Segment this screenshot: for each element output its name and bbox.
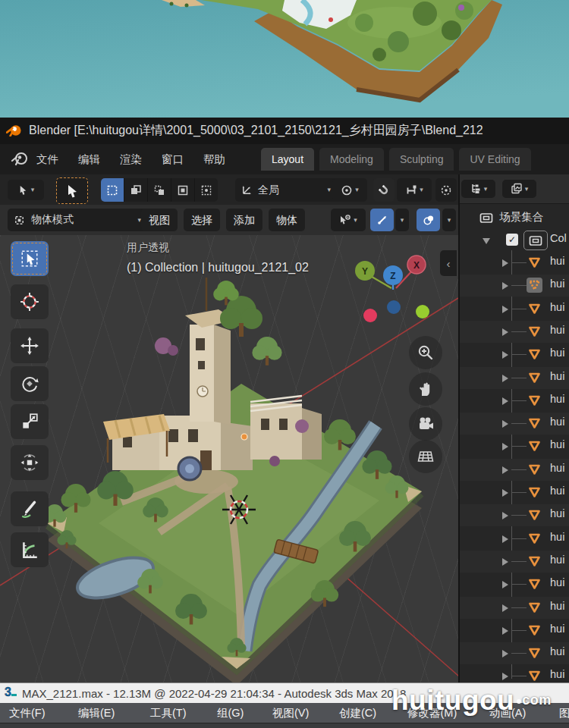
axis-y-label[interactable]: Y bbox=[362, 266, 368, 277]
outliner-item[interactable]: hui bbox=[460, 597, 569, 619]
topbar-menu-2[interactable]: 渲染 bbox=[118, 150, 143, 169]
snap-toggle-button[interactable] bbox=[373, 178, 395, 202]
workspace-tab-2[interactable]: Sculpting bbox=[389, 148, 454, 171]
viewport-menu-0[interactable]: 视图 bbox=[141, 209, 178, 231]
collection-icon[interactable] bbox=[523, 231, 548, 250]
tool-rotate[interactable] bbox=[11, 366, 49, 401]
mesh-data-icon[interactable] bbox=[527, 531, 542, 546]
transform-orientation-dropdown[interactable]: 全局 ▾ bbox=[235, 178, 337, 202]
select-mode-intersect[interactable] bbox=[195, 178, 218, 202]
blender-menu-logo-icon[interactable] bbox=[11, 151, 29, 169]
collection-row[interactable]: ✓ Col bbox=[460, 229, 569, 251]
outliner-item[interactable]: hui bbox=[460, 413, 569, 435]
max-menu-1[interactable]: 编辑(E) bbox=[78, 706, 115, 720]
tool-scale[interactable] bbox=[11, 404, 49, 439]
topbar-menu-4[interactable]: 帮助 bbox=[202, 150, 227, 169]
expand-arrow-icon[interactable] bbox=[502, 581, 508, 588]
expand-arrow-icon[interactable] bbox=[502, 375, 508, 382]
outliner-item[interactable]: hui bbox=[460, 390, 569, 412]
expand-arrow-icon[interactable] bbox=[502, 673, 508, 680]
mesh-data-icon[interactable] bbox=[527, 645, 542, 661]
outliner-item[interactable]: hui bbox=[460, 298, 569, 320]
mesh-data-icon[interactable] bbox=[527, 576, 542, 592]
mesh-data-icon[interactable] bbox=[527, 507, 542, 522]
active-tool-button[interactable] bbox=[56, 177, 88, 204]
mesh-data-icon[interactable] bbox=[527, 600, 542, 615]
mesh-data-icon[interactable] bbox=[527, 623, 542, 638]
max-menu-4[interactable]: 视图(V) bbox=[272, 706, 309, 720]
outliner-item[interactable]: hui bbox=[460, 620, 569, 642]
collection-checkbox[interactable]: ✓ bbox=[506, 234, 518, 246]
expand-arrow-icon[interactable] bbox=[502, 650, 508, 657]
mesh-data-icon[interactable] bbox=[527, 347, 542, 362]
expand-arrow-icon[interactable] bbox=[502, 397, 508, 405]
outliner-item[interactable]: hui bbox=[460, 528, 569, 550]
overlays-dropdown[interactable]: ▾ bbox=[442, 209, 456, 231]
tool-transform[interactable] bbox=[11, 445, 49, 480]
navigation-gizmo[interactable]: Y Z X bbox=[355, 256, 429, 322]
select-mode-invert[interactable] bbox=[171, 178, 195, 202]
expand-arrow-icon[interactable] bbox=[502, 512, 508, 519]
scene-collection-row[interactable]: 场景集合 bbox=[460, 207, 569, 229]
outliner-item[interactable]: hui bbox=[460, 665, 569, 682]
expand-arrow-icon[interactable] bbox=[502, 604, 508, 612]
select-mode-extend[interactable] bbox=[124, 178, 148, 202]
workspace-tab-3[interactable]: UV Editing bbox=[459, 148, 530, 171]
outliner-item[interactable]: hui bbox=[460, 459, 569, 481]
mesh-data-icon[interactable] bbox=[527, 278, 542, 293]
expand-arrow-icon[interactable] bbox=[502, 420, 508, 428]
tool-move[interactable] bbox=[11, 328, 49, 363]
mode-dropdown[interactable]: 物体模式 ▾ bbox=[8, 209, 147, 231]
expand-arrow-icon[interactable] bbox=[502, 351, 508, 359]
outliner-item[interactable]: hui bbox=[460, 551, 569, 573]
pivot-point-dropdown[interactable]: ▾ bbox=[332, 178, 367, 202]
topbar-menu-1[interactable]: 编辑 bbox=[77, 150, 102, 169]
zoom-view-button[interactable] bbox=[409, 336, 442, 369]
gizmo-dropdown[interactable]: ▾ bbox=[395, 209, 409, 231]
mesh-data-icon[interactable] bbox=[527, 416, 542, 431]
max-menu-3[interactable]: 组(G) bbox=[217, 706, 244, 720]
outliner-item[interactable]: hui bbox=[460, 275, 569, 297]
expand-arrow-icon[interactable] bbox=[502, 489, 508, 497]
workspace-tab-0[interactable]: Layout bbox=[261, 148, 314, 171]
outliner-item[interactable]: hui bbox=[460, 367, 569, 389]
mesh-data-icon[interactable] bbox=[527, 324, 542, 339]
select-mode-set[interactable] bbox=[101, 178, 124, 202]
tool-measure[interactable] bbox=[11, 532, 49, 567]
mesh-data-icon[interactable] bbox=[527, 255, 542, 270]
perspective-toggle-button[interactable] bbox=[409, 440, 442, 473]
topbar-menu-3[interactable]: 窗口 bbox=[160, 150, 185, 169]
mesh-data-icon[interactable] bbox=[527, 668, 542, 682]
overlays-toggle-button[interactable] bbox=[417, 209, 440, 231]
outliner-item[interactable]: hui bbox=[460, 482, 569, 504]
outliner-item[interactable]: hui bbox=[460, 573, 569, 595]
topbar-menu-0[interactable]: 文件 bbox=[35, 150, 60, 169]
display-mode-dropdown[interactable]: ▾ bbox=[502, 180, 536, 198]
outliner-item[interactable]: hui bbox=[460, 435, 569, 457]
gizmo-toggle-button[interactable] bbox=[370, 209, 394, 231]
expand-arrow-icon[interactable] bbox=[502, 466, 508, 474]
viewport-menu-3[interactable]: 物体 bbox=[269, 209, 305, 231]
max-menu-8[interactable]: 图 bbox=[559, 706, 569, 720]
mesh-data-icon[interactable] bbox=[527, 370, 542, 385]
expand-arrow-icon[interactable] bbox=[502, 282, 508, 290]
viewport-menu-2[interactable]: 添加 bbox=[226, 209, 262, 231]
mesh-data-icon[interactable] bbox=[527, 393, 542, 408]
expand-arrow-icon[interactable] bbox=[502, 328, 508, 336]
axis-z-label[interactable]: Z bbox=[390, 271, 395, 281]
workspace-tab-1[interactable]: Modeling bbox=[319, 148, 384, 171]
editor-type-dropdown[interactable]: ▾ bbox=[461, 180, 495, 198]
tool-select-box[interactable] bbox=[11, 241, 49, 276]
select-mode-subtract[interactable] bbox=[148, 178, 171, 202]
mesh-data-icon[interactable] bbox=[527, 438, 542, 453]
tool-cursor[interactable] bbox=[11, 284, 49, 319]
tool-annotate[interactable] bbox=[11, 491, 49, 526]
expand-arrow-icon[interactable] bbox=[502, 535, 508, 543]
max-menu-2[interactable]: 工具(T) bbox=[150, 706, 187, 720]
snap-with-dropdown[interactable]: ▾ bbox=[397, 178, 432, 202]
mesh-data-icon[interactable] bbox=[527, 301, 542, 316]
mesh-data-icon[interactable] bbox=[527, 462, 542, 477]
outliner-item[interactable]: hui bbox=[460, 252, 569, 274]
mesh-data-icon[interactable] bbox=[527, 485, 542, 500]
proportional-editing-button[interactable] bbox=[435, 178, 457, 202]
